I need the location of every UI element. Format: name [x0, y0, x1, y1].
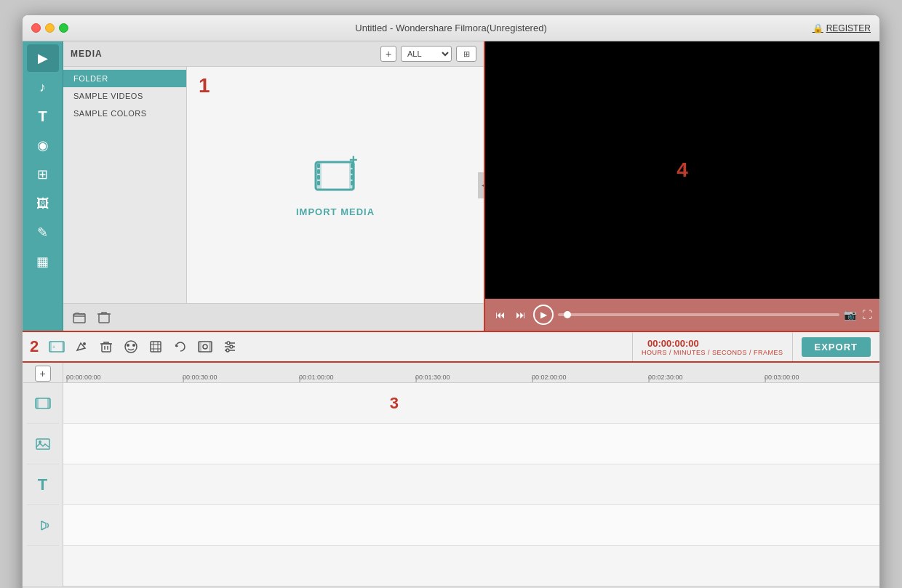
ruler-mark-3: 00:01:30:00: [415, 374, 532, 381]
ruler-mark-4: 00:02:00:00: [532, 374, 648, 381]
svg-text:+: +: [52, 345, 55, 350]
timecode-display: 00:00:00:00: [647, 338, 783, 349]
area-label-2: 2: [30, 337, 39, 356]
sidebar-item-transition[interactable]: ⊞: [27, 161, 59, 188]
media-header-controls: + ALL ⊞: [380, 46, 476, 62]
svg-rect-4: [317, 169, 320, 174]
svg-rect-15: [49, 342, 52, 352]
sidebar-item-media[interactable]: ▶: [27, 44, 59, 72]
import-text[interactable]: IMPORT MEDIA: [296, 206, 375, 217]
area-label-1: 1: [199, 74, 210, 97]
grid-icon: ⊞: [463, 49, 470, 59]
play-icon: ▶: [38, 50, 48, 66]
import-icon: +: [310, 153, 361, 199]
timeline-container: + T 00:00:00:00 00:00:30:00 00:01: [23, 363, 879, 587]
add-media-button[interactable]: +: [380, 46, 396, 62]
sidebar-item-split[interactable]: ▦: [27, 248, 59, 275]
preview-progress-bar[interactable]: [558, 313, 839, 316]
add-track-button[interactable]: +: [35, 366, 51, 382]
new-folder-button[interactable]: [71, 309, 88, 326]
sidebar: ▶ ♪ T ◉ ⊞ 🖼 ✎ ▦: [23, 41, 63, 331]
svg-rect-5: [317, 175, 320, 180]
track-row-5: [63, 546, 879, 587]
skip-back-button[interactable]: ⏮: [492, 307, 508, 322]
text-track-icon[interactable]: T: [27, 464, 59, 505]
elements-icon: ✎: [37, 225, 48, 241]
svg-rect-30: [209, 342, 212, 352]
text-icon: T: [38, 108, 47, 125]
media-content: FOLDER SAMPLE VIDEOS SAMPLE COLORS 1: [63, 67, 484, 303]
media-bottom: [63, 303, 484, 331]
sidebar-item-overlay[interactable]: ◉: [27, 132, 59, 159]
ruler-mark-2: 00:01:00:00: [299, 374, 415, 381]
screenshot-icon[interactable]: 📷: [844, 309, 856, 321]
app-window: Untitled - Wondershare Filmora(Unregiste…: [22, 15, 880, 588]
ruler-mark-6: 00:03:00:00: [765, 374, 879, 381]
ruler-content: 00:00:00:00 00:00:30:00 00:01:00:00 00:0…: [63, 363, 879, 382]
media-panel: MEDIA + ALL ⊞ FOLDER SAMPLE VIDEOS SAMPL…: [63, 41, 485, 331]
timeline-tracks: 3: [63, 383, 879, 587]
svg-rect-10: [351, 181, 354, 185]
svg-point-22: [132, 344, 135, 347]
rotate-button[interactable]: [169, 337, 191, 357]
video-track-icon[interactable]: [27, 383, 59, 424]
step-back-button[interactable]: ⏭: [513, 307, 529, 322]
preview-controls: ⏮ ⏭ ▶ 📷 ⛶: [485, 299, 879, 331]
traffic-lights: [31, 23, 68, 33]
area-label-3: 3: [390, 394, 399, 413]
media-header: MEDIA + ALL ⊞: [63, 41, 484, 67]
svg-rect-41: [36, 439, 49, 449]
grid-toggle-button[interactable]: ⊞: [456, 46, 476, 62]
media-title: MEDIA: [71, 49, 103, 59]
register-button[interactable]: 🔒 REGISTER: [813, 23, 871, 33]
main-area: ▶ ♪ T ◉ ⊞ 🖼 ✎ ▦: [23, 41, 879, 332]
preview-panel: 4 ⏮ ⏭ ▶ 📷 ⛶: [485, 41, 879, 331]
scene-detect-button[interactable]: [194, 337, 216, 357]
delete-clip-button[interactable]: [95, 337, 117, 357]
delete-button[interactable]: [95, 309, 113, 326]
add-to-timeline-button[interactable]: +: [46, 337, 68, 357]
export-button[interactable]: EXPORT: [802, 337, 871, 357]
svg-rect-12: [73, 314, 85, 323]
color-adjust-button[interactable]: [219, 337, 241, 357]
image-track-icon[interactable]: [27, 424, 59, 464]
svg-rect-13: [99, 314, 109, 323]
progress-indicator: [564, 311, 571, 318]
preview-video: 4: [485, 41, 879, 299]
pen-tool-button[interactable]: [71, 337, 92, 357]
folder-list: FOLDER SAMPLE VIDEOS SAMPLE COLORS: [63, 67, 187, 303]
timeline-ruler: 00:00:00:00 00:00:30:00 00:01:00:00 00:0…: [63, 363, 879, 383]
sidebar-item-text[interactable]: T: [27, 102, 59, 130]
close-button[interactable]: [31, 23, 41, 33]
folder-item-folder[interactable]: FOLDER: [63, 70, 186, 87]
crop-button[interactable]: [145, 337, 167, 357]
sidebar-item-effects[interactable]: 🖼: [27, 190, 59, 217]
sidebar-item-music[interactable]: ♪: [27, 73, 59, 101]
folder-item-sample-colors[interactable]: SAMPLE COLORS: [63, 105, 186, 122]
register-icon: 🔒: [813, 23, 823, 33]
svg-rect-40: [47, 398, 50, 408]
svg-point-31: [203, 345, 207, 349]
timeline-main: 00:00:00:00 00:00:30:00 00:01:00:00 00:0…: [63, 363, 879, 587]
overlay-icon: ◉: [37, 137, 49, 153]
svg-point-33: [227, 342, 230, 345]
split-button[interactable]: [120, 337, 142, 357]
timecode-area: 00:00:00:00 HOURS / MINUTES / SECONDS / …: [632, 332, 792, 361]
track-row-1: 3: [63, 383, 879, 424]
sidebar-item-elements[interactable]: ✎: [27, 219, 59, 246]
fullscreen-icon[interactable]: ⛶: [862, 309, 872, 321]
timeline-left: + T: [23, 363, 63, 587]
import-area[interactable]: 1: [187, 67, 484, 303]
play-button[interactable]: ▶: [533, 305, 554, 325]
audio-track-icon[interactable]: [27, 505, 59, 546]
svg-rect-6: [317, 181, 320, 185]
maximize-button[interactable]: [59, 23, 68, 33]
collapse-arrow[interactable]: ◀: [478, 172, 484, 198]
filter-select[interactable]: ALL: [401, 46, 452, 62]
ruler-mark-0: 00:00:00:00: [66, 374, 183, 381]
export-area: EXPORT: [792, 332, 879, 361]
minimize-button[interactable]: [45, 23, 55, 33]
folder-item-sample-videos[interactable]: SAMPLE VIDEOS: [63, 87, 186, 105]
ruler-mark-1: 00:00:30:00: [183, 374, 299, 381]
svg-point-20: [125, 341, 137, 353]
